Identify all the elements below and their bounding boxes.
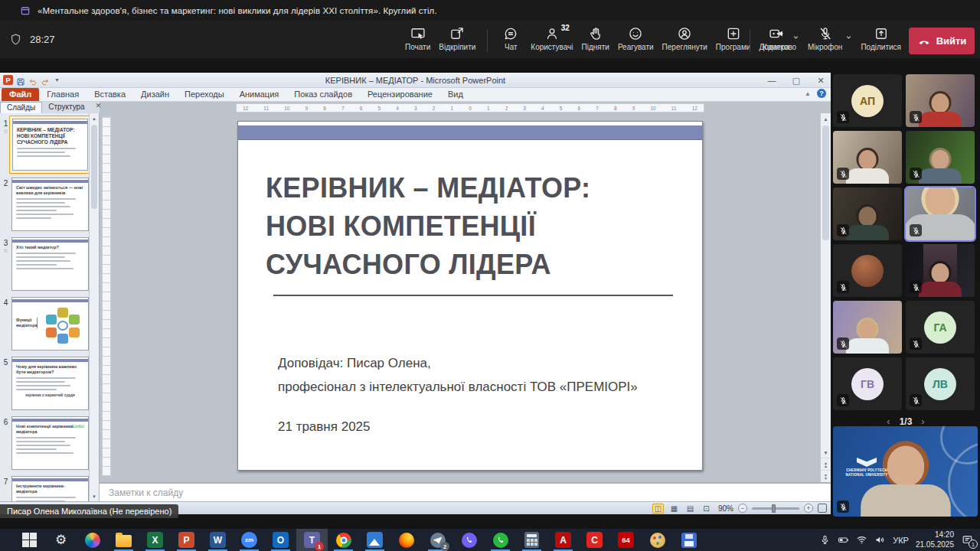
next-slide-button[interactable]: ▼▼ <box>821 470 831 482</box>
slide-thumbnail-6[interactable]: ConflictНові компетенції керівника-медіа… <box>11 416 89 470</box>
taskbar-icon-floppy-app[interactable] <box>673 529 704 551</box>
slide-presenter-line-1[interactable]: Доповідач: Писар Олена, <box>278 356 431 371</box>
participant-tile-4[interactable] <box>906 131 975 184</box>
qat-dropdown-icon[interactable]: ▼ <box>53 77 60 83</box>
slide-date[interactable]: 21 травня 2025 <box>278 419 371 435</box>
taskbar-clock[interactable]: 14:20 21.05.2025 <box>916 530 954 549</box>
minimize-button[interactable]: — <box>765 76 779 85</box>
slide-sorter-view-button[interactable]: ▦ <box>668 504 680 514</box>
microphone-button[interactable]: Мікрофон <box>806 24 844 53</box>
taskbar-icon-whatsapp[interactable] <box>485 529 516 551</box>
scroll-down-icon[interactable]: ▼ <box>90 491 99 501</box>
taskbar-icon-telegram[interactable]: 2 <box>422 529 453 551</box>
slide-thumbnail-1[interactable]: КЕРІВНИК – МЕДІАТОР: НОВІ КОМПЕТЕНЦІЇ СУ… <box>12 119 88 171</box>
slides-panel-scrollbar[interactable]: ▲ ▼ <box>89 113 99 501</box>
taskbar-icon-copilot[interactable] <box>77 529 108 551</box>
reading-view-button[interactable]: ▤ <box>684 504 696 514</box>
wifi-icon[interactable] <box>856 534 867 546</box>
participant-tile-5[interactable] <box>833 187 902 240</box>
microphone-chevron-icon[interactable] <box>844 31 853 39</box>
taskbar-icon-firefox[interactable] <box>390 529 422 551</box>
battery-icon[interactable] <box>838 534 849 546</box>
ribbon-tab-вид[interactable]: Вид <box>440 88 471 101</box>
participant-tile-11[interactable]: ГВ <box>833 357 902 410</box>
ribbon-tab-файл[interactable]: Файл <box>2 88 39 101</box>
notification-center-icon[interactable]: 1 <box>961 534 974 546</box>
zoom-in-button[interactable]: + <box>804 504 813 513</box>
toolbar-button-chat[interactable]: Чат <box>498 24 524 53</box>
previous-page-icon[interactable]: ‹ <box>887 416 890 427</box>
taskbar-icon-photos[interactable] <box>359 529 390 551</box>
ribbon-collapse-icon[interactable]: ▲ <box>805 90 811 97</box>
scrollbar-thumb[interactable] <box>822 126 829 240</box>
ribbon-tab-вставка[interactable]: Вставка <box>87 88 133 101</box>
participant-tile-presenter[interactable]: CHERNIHIV POLYTECH NATIONAL UNIVERSITY <box>833 426 978 517</box>
close-button[interactable]: ✕ <box>814 76 828 86</box>
previous-slide-button[interactable]: ▲▲ <box>821 458 831 470</box>
participant-tile-7[interactable] <box>833 244 902 297</box>
share-button[interactable]: Поділитися <box>859 24 903 53</box>
scrollbar-thumb[interactable] <box>91 125 97 209</box>
leave-button[interactable]: Вийти <box>909 28 975 54</box>
scroll-up-icon[interactable]: ▲ <box>90 113 99 123</box>
restore-button[interactable]: ▢ <box>789 76 803 86</box>
tray-microphone-icon[interactable] <box>819 534 831 546</box>
taskbar-icon-zoom[interactable]: zm <box>234 529 265 551</box>
save-icon[interactable] <box>16 76 25 85</box>
taskbar-icon-app-64[interactable]: 64 <box>610 529 642 551</box>
taskbar-icon-outlook[interactable]: O <box>265 529 296 551</box>
taskbar-icon-viber[interactable] <box>453 529 485 551</box>
slide-thumbnail-7[interactable]: Інструменти керівника-медіатора <box>11 476 89 501</box>
scroll-up-icon[interactable]: ▲ <box>821 113 831 124</box>
powerpoint-titlebar[interactable]: P ▼ КЕРІВНИК – МЕДІАТОР - Microsoft Powe… <box>0 73 831 88</box>
participant-tile-2[interactable] <box>906 74 975 127</box>
slide-scrollbar[interactable]: ▲ ▼ ▲▲ ▼▼ <box>820 113 831 482</box>
taskbar-icon-paint[interactable] <box>642 529 673 551</box>
scroll-down-icon[interactable]: ▼ <box>821 447 831 458</box>
panel-close-icon[interactable]: ✕ <box>91 102 106 113</box>
participant-tile-9[interactable] <box>833 301 902 354</box>
keyboard-language[interactable]: УКР <box>893 536 909 545</box>
taskbar-icon-file-explorer[interactable] <box>108 529 139 551</box>
current-slide[interactable]: КЕРІВНИК – МЕДІАТОР: НОВІ КОМПЕТЕНЦІЇ СУ… <box>237 121 703 471</box>
taskbar-icon-start[interactable] <box>14 529 45 551</box>
toolbar-button-react[interactable]: Реагувати <box>616 24 655 53</box>
ribbon-tab-дизайн[interactable]: Дизайн <box>133 88 177 101</box>
next-page-icon[interactable]: › <box>921 416 924 427</box>
taskbar-icon-word[interactable]: W <box>202 529 234 551</box>
tab-slides[interactable]: Слайды <box>0 102 42 113</box>
taskbar-icon-excel[interactable]: X <box>139 529 171 551</box>
participant-tile-1[interactable]: АП <box>833 74 902 127</box>
fit-to-window-button[interactable] <box>818 504 827 513</box>
toolbar-button-people[interactable]: 32Користувачі <box>529 24 574 53</box>
ribbon-tab-рецензирование[interactable]: Рецензирование <box>360 88 440 101</box>
slide-presenter-line-2[interactable]: професіонал з інтелектуальної власності … <box>278 380 638 395</box>
taskbar-icon-chrome[interactable] <box>328 529 359 551</box>
taskbar-icon-acrobat[interactable]: A <box>547 529 579 551</box>
ribbon-tab-главная[interactable]: Главная <box>39 88 87 101</box>
normal-view-button[interactable]: ◫ <box>652 504 664 514</box>
taskbar-icon-settings[interactable]: ⚙ <box>45 529 77 551</box>
toolbar-button-unpin[interactable]: Відкріпити <box>437 24 477 53</box>
toolbar-button-view[interactable]: Переглянути <box>661 24 709 53</box>
taskbar-icon-calculator[interactable] <box>516 529 547 551</box>
undo-icon[interactable] <box>28 76 38 85</box>
camera-button[interactable]: Камера <box>761 24 791 53</box>
slideshow-view-button[interactable]: ⊡ <box>701 504 712 514</box>
help-icon[interactable]: ? <box>817 89 826 98</box>
toolbar-button-raise-hand[interactable]: Підняти <box>580 24 611 53</box>
participant-tile-6[interactable] <box>906 187 975 240</box>
notes-area[interactable]: Заметки к слайду <box>100 482 831 501</box>
volume-icon[interactable] <box>874 534 886 546</box>
taskbar-icon-teams[interactable]: T1 <box>296 529 328 551</box>
tab-outline[interactable]: Структура <box>42 102 90 113</box>
toolbar-button-start-share[interactable]: Почати <box>403 24 432 53</box>
participant-tile-3[interactable] <box>833 131 902 184</box>
camera-chevron-icon[interactable] <box>792 31 800 39</box>
slide-thumbnail-2[interactable]: Світ швидко змінюється — нові виклики дл… <box>11 178 89 231</box>
zoom-out-button[interactable]: − <box>738 504 747 513</box>
participant-tile-12[interactable]: ЛВ <box>906 357 975 410</box>
slide-thumbnail-4[interactable]: Функції медіатора <box>11 297 89 350</box>
redo-icon[interactable] <box>41 76 50 85</box>
powerpoint-logo-icon[interactable]: P <box>3 75 13 85</box>
